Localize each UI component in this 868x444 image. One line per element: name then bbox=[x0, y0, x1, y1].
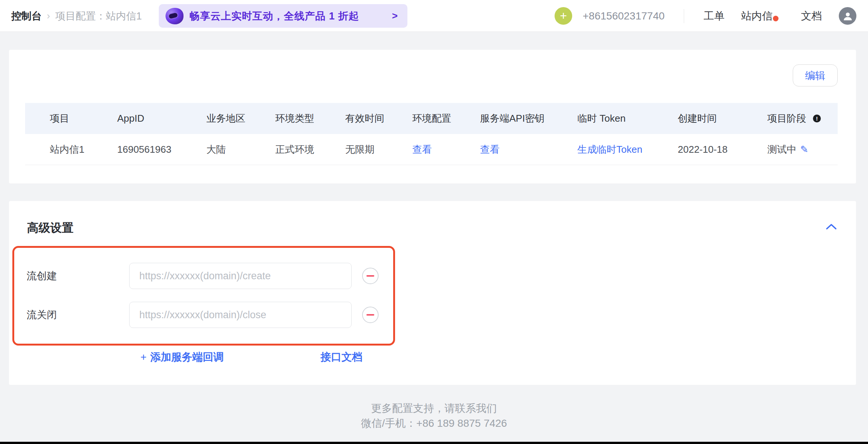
cell-valid-time: 无限期 bbox=[345, 143, 412, 156]
col-appid: AppID bbox=[117, 113, 206, 124]
col-region: 业务地区 bbox=[206, 112, 275, 125]
cell-created: 2022-10-18 bbox=[678, 144, 767, 155]
stream-create-row: 流创建 bbox=[27, 263, 393, 289]
col-valid-time: 有效时间 bbox=[345, 112, 412, 125]
col-temp-token: 临时 Token bbox=[577, 112, 678, 125]
table-row: 站内信1 1690561963 大陆 正式环境 无限期 查看 查看 生成临时To… bbox=[25, 134, 838, 165]
account-phone[interactable]: +8615602317740 bbox=[583, 0, 665, 32]
col-project: 项目 bbox=[50, 112, 117, 125]
remove-stream-create-button[interactable] bbox=[362, 268, 379, 284]
arrow-right-icon[interactable]: > bbox=[392, 10, 398, 22]
col-api-secret: 服务端API密钥 bbox=[480, 112, 577, 125]
cell-appid: 1690561963 bbox=[117, 144, 206, 155]
add-account-button[interactable]: + bbox=[555, 7, 572, 25]
breadcrumb-current-page: 项目配置：站内信1 bbox=[55, 9, 142, 23]
nav-messages[interactable]: 站内信 bbox=[741, 0, 773, 32]
cell-project: 站内信1 bbox=[50, 143, 117, 156]
advanced-links-row: +添加服务端回调 接口文档 bbox=[9, 350, 856, 365]
mascot-icon bbox=[166, 8, 183, 24]
cell-stage: 测试中 ✎ bbox=[767, 143, 838, 156]
advanced-settings-title: 高级设置 bbox=[27, 220, 73, 236]
stream-create-input[interactable] bbox=[129, 263, 352, 289]
stream-close-input[interactable] bbox=[129, 302, 352, 328]
project-table: 项目 AppID 业务地区 环境类型 有效时间 环境配置 服务端API密钥 临时… bbox=[25, 103, 838, 165]
notification-dot bbox=[773, 16, 779, 21]
collapse-chevron-up-icon[interactable] bbox=[825, 223, 837, 232]
callback-highlight-box: 流创建 流关闭 bbox=[12, 246, 395, 346]
edit-stage-icon[interactable]: ✎ bbox=[800, 144, 808, 155]
promo-banner-text: 畅享云上实时互动，全线产品 1 折起 bbox=[189, 9, 359, 23]
nav-docs[interactable]: 文档 bbox=[801, 0, 822, 32]
footer-contact-text: 微信/手机：+86 189 8875 7426 bbox=[0, 416, 868, 431]
header-divider bbox=[684, 9, 684, 23]
table-header-row: 项目 AppID 业务地区 环境类型 有效时间 环境配置 服务端API密钥 临时… bbox=[25, 103, 838, 134]
stream-create-label: 流创建 bbox=[27, 269, 129, 283]
generate-temp-token-link[interactable]: 生成临时Token bbox=[577, 143, 678, 156]
cell-env-type: 正式环境 bbox=[275, 143, 345, 156]
top-header: 控制台 › 项目配置：站内信1 畅享云上实时互动，全线产品 1 折起 > + +… bbox=[0, 0, 868, 32]
minus-icon bbox=[367, 314, 374, 316]
api-doc-link[interactable]: 接口文档 bbox=[321, 350, 362, 364]
nav-tickets[interactable]: 工单 bbox=[704, 0, 725, 32]
stream-close-label: 流关闭 bbox=[27, 308, 129, 322]
footer-support-text: 更多配置支持，请联系我们 bbox=[0, 401, 868, 416]
remove-stream-close-button[interactable] bbox=[362, 307, 379, 323]
col-env-type: 环境类型 bbox=[275, 112, 345, 125]
user-avatar[interactable] bbox=[839, 7, 856, 25]
col-env-config: 环境配置 bbox=[412, 112, 480, 125]
minus-icon bbox=[367, 275, 374, 277]
promo-banner[interactable]: 畅享云上实时互动，全线产品 1 折起 > bbox=[159, 4, 407, 28]
breadcrumb: 控制台 › 项目配置：站内信1 bbox=[11, 0, 142, 32]
view-env-config-link[interactable]: 查看 bbox=[412, 143, 480, 156]
plus-icon: + bbox=[140, 351, 146, 363]
person-icon bbox=[842, 10, 853, 22]
stream-close-row: 流关闭 bbox=[27, 302, 393, 328]
cell-region: 大陆 bbox=[206, 143, 275, 156]
info-icon[interactable]: ! bbox=[813, 115, 821, 122]
advanced-settings-card: 高级设置 流创建 流关闭 +添加服务端回调 接口文档 bbox=[9, 201, 856, 385]
col-created: 创建时间 bbox=[678, 112, 767, 125]
bottom-strip bbox=[0, 442, 868, 444]
edit-button[interactable]: 编辑 bbox=[793, 64, 838, 86]
nav-messages-label: 站内信 bbox=[741, 10, 773, 22]
view-api-secret-link[interactable]: 查看 bbox=[480, 143, 577, 156]
breadcrumb-console[interactable]: 控制台 bbox=[11, 9, 42, 23]
col-stage: 项目阶段 ! bbox=[767, 112, 838, 125]
basic-info-card: 基本信息 编辑 项目 AppID 业务地区 环境类型 有效时间 环境配置 服务端… bbox=[9, 50, 856, 183]
breadcrumb-separator-icon: › bbox=[47, 10, 50, 22]
add-server-callback-link[interactable]: +添加服务端回调 bbox=[140, 350, 224, 364]
